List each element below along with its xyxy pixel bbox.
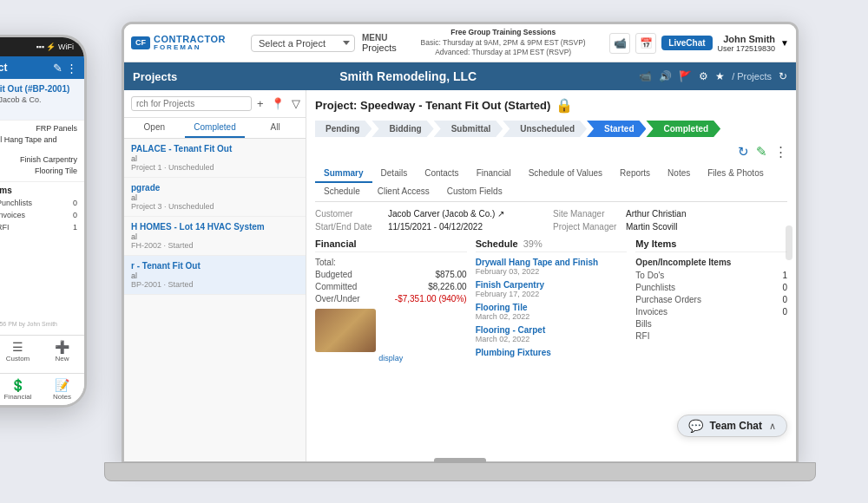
schedule-name-3: Finish Carpentry xyxy=(20,155,77,164)
phone-project-title: Project xyxy=(0,62,8,74)
phone-customer: Customer Jacob Carver Jacob & Co. xyxy=(0,95,77,104)
project-list-header: + 📍 ▽ ≡ xyxy=(124,90,306,118)
phone-nav-new[interactable]: ➕New xyxy=(40,336,84,367)
tab-all[interactable]: All xyxy=(245,118,306,138)
committed-value: $8,226.00 xyxy=(428,282,467,291)
pipeline-pending[interactable]: Pending xyxy=(315,121,372,137)
video-icon-btn[interactable]: 📹 xyxy=(609,33,630,54)
tab-financial[interactable]: Financial xyxy=(468,165,520,183)
customer-row: Customer Jacob Carver (Jacob & Co.) ↗ xyxy=(315,209,549,219)
pipeline-unscheduled[interactable]: Unscheduled xyxy=(503,121,587,137)
sub-tabs: Summary Details Contacts Financial Sched… xyxy=(315,165,787,202)
schedule-item-5: Plumbing Fixtures xyxy=(476,348,628,357)
list-item[interactable]: pgrade al Project 3 · Unscheduled xyxy=(124,178,306,217)
pipeline-bidding[interactable]: Bidding xyxy=(372,121,433,137)
filter-icon[interactable]: ▽ xyxy=(290,95,302,112)
phone-nav-row1: 📋Details 👥Contacts 💲Financial 📝Notes xyxy=(0,373,84,405)
schedule-name-1: FRP Panels xyxy=(36,124,77,133)
settings-icon[interactable]: ⚙ xyxy=(699,70,708,82)
myitems-invoices: Invoices 0 xyxy=(635,307,787,317)
edit-toolbar-icon[interactable]: ✎ xyxy=(756,144,767,160)
phone-items-grid: To-Do's1 Punchlists0 Purchase Orders0 In… xyxy=(0,198,77,245)
video-sec-icon[interactable]: 📹 xyxy=(639,70,652,82)
phone-nav-notes[interactable]: 📝Notes xyxy=(40,374,84,405)
tab-summary[interactable]: Summary xyxy=(315,165,372,183)
livechat-button[interactable]: LiveChat xyxy=(661,36,712,50)
secondary-icons: 📹 🔊 🚩 ⚙ ★ / Projects ↻ xyxy=(639,70,787,82)
tab-notes[interactable]: Notes xyxy=(659,165,699,183)
content-area: + 📍 ▽ ≡ Open Completed All PALACE - Tena… xyxy=(124,90,796,464)
logo-line2: FOREMAN xyxy=(154,44,226,52)
financial-section: Financial Total: Budgeted $875.00 Commit… xyxy=(315,238,467,363)
phone-nav-financial[interactable]: 💲Financial xyxy=(0,374,40,405)
schedule-section: Schedule 39% Drywall Hang Tape and Finis… xyxy=(476,238,628,363)
user-name: John Smith xyxy=(723,34,775,44)
site-manager-value: Arthur Christian xyxy=(626,209,686,219)
tab-contacts[interactable]: Contacts xyxy=(416,165,467,183)
myitems-po: Purchase Orders 0 xyxy=(635,295,787,304)
secondary-main-title: Smith Remodeling, LLC xyxy=(191,69,625,83)
tab-custom-fields[interactable]: Custom Fields xyxy=(438,183,511,201)
header-icons: 📹 📅 LiveChat John Smith User 172519830 ▼ xyxy=(609,33,789,54)
tab-client-access[interactable]: Client Access xyxy=(369,183,438,201)
logo-badge: CF xyxy=(131,36,150,49)
list-item-selected[interactable]: r - Tenant Fit Out al BP-2001 · Started xyxy=(124,256,306,295)
select-project-dropdown[interactable]: Select a Project xyxy=(251,35,355,52)
schedule-percent: 39% xyxy=(523,238,542,249)
user-id: User 172519830 xyxy=(718,44,776,53)
logo-area: CF CONTRACTOR FOREMAN xyxy=(131,34,244,52)
financial-total-label: Total: xyxy=(315,258,467,267)
financial-title: Financial xyxy=(315,238,467,252)
phone-item-invoices: Invoices0 xyxy=(0,210,77,220)
refresh-toolbar-icon[interactable]: ↻ xyxy=(738,144,749,160)
add-icon[interactable]: + xyxy=(255,95,266,112)
pipeline-started[interactable]: Started xyxy=(587,121,646,137)
mobile-phone: 17:16 ▪▪▪ ⚡ WiFi ← Project ✎ ⋮ Speedway … xyxy=(0,35,87,408)
pipeline: Pending Bidding Submittal Unscheduled St… xyxy=(315,121,787,137)
list-item[interactable]: PALACE - Tenant Fit Out al Project 1 · U… xyxy=(124,139,306,178)
list-item[interactable]: H HOMES - Lot 14 HVAC System al FH-2002 … xyxy=(124,217,306,256)
phone-schedule-label: Schedule 39% xyxy=(0,106,77,114)
thumb-image xyxy=(315,309,376,352)
star-icon[interactable]: ★ xyxy=(715,70,725,82)
schedule-row-2: February 03, 2022 Drywall Hang Tape and … xyxy=(0,135,77,153)
refresh-icon[interactable]: ↻ xyxy=(779,70,787,82)
pin-icon[interactable]: 📍 xyxy=(269,95,286,112)
search-input[interactable] xyxy=(131,96,252,111)
project-manager-row: Project Manager Martin Scovill xyxy=(553,222,787,232)
more-toolbar-icon[interactable]: ⋮ xyxy=(774,144,787,160)
secondary-header: Projects Smith Remodeling, LLC 📹 🔊 🚩 ⚙ ★… xyxy=(124,62,796,90)
pipeline-completed[interactable]: Completed xyxy=(646,121,720,137)
menu-dropdown[interactable]: Projects xyxy=(362,42,397,53)
tab-schedule[interactable]: Schedule xyxy=(315,183,369,201)
tab-details[interactable]: Details xyxy=(372,165,417,183)
phone-signal: ▪▪▪ ⚡ WiFi xyxy=(36,42,74,51)
tab-files-photos[interactable]: Files & Photos xyxy=(699,165,772,183)
pipeline-submittal[interactable]: Submittal xyxy=(434,121,503,137)
speaker-icon[interactable]: 🔊 xyxy=(659,70,672,82)
flag-icon[interactable]: 🚩 xyxy=(679,70,692,82)
thumb-label[interactable]: display xyxy=(315,354,467,363)
myitems-bills: Bills xyxy=(635,319,787,329)
tab-reports[interactable]: Reports xyxy=(611,165,659,183)
open-incomplete-title: Open/Incomplete Items xyxy=(635,258,787,267)
user-dropdown-icon[interactable]: ▼ xyxy=(780,38,789,48)
phone-item-punchlists: Punchlists0 xyxy=(0,198,77,208)
info-grid: Customer Jacob Carver (Jacob & Co.) ↗ Si… xyxy=(315,209,787,232)
tab-schedule-of-values[interactable]: Schedule of Values xyxy=(520,165,611,183)
myitems-punchlists: Punchlists 0 xyxy=(635,283,787,292)
header-menu: MENU Projects xyxy=(362,33,397,53)
phone-action-icons: ✎ ⋮ xyxy=(53,62,77,75)
tab-open[interactable]: Open xyxy=(124,118,185,138)
secondary-title: Projects xyxy=(133,70,177,83)
budgeted-row: Budgeted $875.00 xyxy=(315,270,467,279)
tab-completed[interactable]: Completed xyxy=(185,118,246,138)
team-chat-bar[interactable]: 💬 Team Chat ∧ xyxy=(677,415,787,437)
phone-nav-custom[interactable]: ☰Custom xyxy=(0,336,40,367)
schedule-name-4: Flooring Tile xyxy=(35,167,77,175)
team-chat-chevron: ∧ xyxy=(769,421,776,432)
user-area[interactable]: John Smith User 172519830 xyxy=(718,34,776,53)
phone-open-items-title: Open/ Incomplete Items xyxy=(0,186,77,195)
site-manager-label: Site Manager xyxy=(553,209,622,219)
calendar-icon-btn[interactable]: 📅 xyxy=(635,33,656,54)
